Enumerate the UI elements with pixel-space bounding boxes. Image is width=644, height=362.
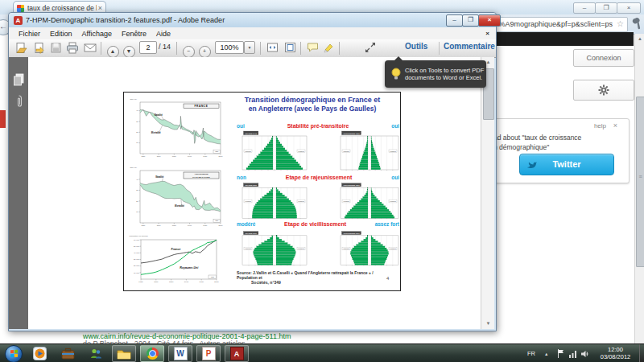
comment-bubble-button[interactable]: [305, 42, 320, 55]
taskbar-word[interactable]: W: [168, 345, 192, 362]
taskbar-briefcase-app[interactable]: [56, 345, 80, 362]
save-button[interactable]: [48, 42, 63, 55]
menu-edition[interactable]: Edition: [50, 30, 72, 38]
svg-text:Natalité: Natalité: [155, 175, 164, 179]
svg-text:1750: 1750: [141, 155, 146, 157]
tray-clock[interactable]: 12:00 03/08/2012: [593, 346, 638, 360]
svg-text:Femmes: Femmes: [390, 150, 395, 152]
svg-text:40: 40: [136, 109, 138, 111]
twitter-label: Twitter: [552, 159, 580, 169]
reader-scrollbar[interactable]: ▲ ▼: [481, 57, 494, 329]
volume-icon[interactable]: [581, 344, 590, 362]
media-player-icon: [33, 347, 47, 360]
svg-text:FRANCE 1901: FRANCE 1901: [245, 184, 257, 186]
attachments-paperclip-icon[interactable]: [14, 94, 24, 109]
save-as-button[interactable]: [31, 42, 46, 55]
tray-language[interactable]: FR: [527, 344, 535, 362]
reader-nav-pane: [9, 57, 28, 329]
next-page-button[interactable]: ▼: [122, 42, 136, 55]
page-thumbnails-icon[interactable]: [13, 73, 25, 87]
svg-text:Hommes: Hommes: [343, 248, 349, 249]
svg-text:FRANCE 1997: FRANCE 1997: [245, 232, 257, 234]
print-button[interactable]: [65, 42, 80, 55]
start-button[interactable]: [2, 345, 26, 362]
fit-page-button[interactable]: [283, 42, 297, 55]
svg-text:ANGLETERRE 1997: ANGLETERRE 1997: [343, 232, 360, 234]
taskbar-powerpoint[interactable]: P: [196, 345, 221, 362]
expand-panes-button[interactable]: [363, 42, 378, 55]
browser-restore-button[interactable]: ❐: [595, 2, 617, 14]
taskbar-explorer[interactable]: [112, 345, 136, 362]
comment-pane-button[interactable]: Commentaire: [444, 42, 495, 51]
reader-scroll-down-icon[interactable]: ▼: [481, 319, 494, 329]
svg-text:2000: 2000: [219, 155, 224, 157]
taskbar-messenger[interactable]: [84, 345, 108, 362]
browser-scroll-thumb[interactable]: ≡: [636, 97, 644, 267]
help-link[interactable]: help: [594, 122, 606, 130]
open-file-button[interactable]: [14, 42, 28, 55]
svg-text:10: 10: [136, 142, 138, 143]
browser-scrollbar[interactable]: ▲ ≡: [634, 34, 644, 343]
chrome-icon: [147, 348, 159, 360]
zoom-out-button[interactable]: −: [181, 42, 196, 55]
action-center-flag-icon[interactable]: [557, 344, 564, 362]
previous-page-button[interactable]: ▲: [105, 42, 120, 55]
document-close-icon[interactable]: ×: [485, 30, 489, 37]
twitter-bird-icon: [527, 161, 537, 169]
page-number-input[interactable]: 2: [139, 41, 157, 54]
svg-text:2000: 2000: [219, 224, 224, 226]
svg-text:1850: 1850: [172, 155, 177, 157]
menu-aide[interactable]: Aide: [156, 30, 171, 38]
reader-close-button[interactable]: ×: [478, 14, 501, 27]
network-icon[interactable]: [569, 344, 577, 362]
show-desktop-button[interactable]: [639, 344, 644, 362]
menu-fichier[interactable]: Fichier: [19, 30, 40, 38]
browser-minimize-button[interactable]: –: [573, 2, 596, 14]
menu-affichage[interactable]: Affichage: [82, 30, 112, 38]
google-black-bar: [488, 32, 634, 46]
reader-minimize-button[interactable]: –: [446, 14, 463, 27]
email-button[interactable]: [83, 42, 97, 55]
settings-gear-button[interactable]: [573, 80, 634, 101]
tab-close-icon[interactable]: ×: [98, 4, 102, 12]
svg-text:ANGLETERRE 1901: ANGLETERRE 1901: [343, 184, 360, 186]
scroll-up-icon[interactable]: ▲: [635, 34, 644, 43]
pyramid-england-1901: ANGLETERRE 1901HommesFemmes: [338, 181, 401, 222]
bookmark-star-icon[interactable]: ☆: [617, 19, 624, 28]
browser-close-button[interactable]: ×: [617, 2, 641, 14]
connexion-button[interactable]: Connexion: [573, 49, 634, 67]
menu-fenetre[interactable]: Fenêtre: [122, 30, 147, 38]
fit-width-button[interactable]: [265, 42, 279, 55]
pdf-app-icon: A: [14, 16, 23, 25]
tooltip-text: Click on Tools to convert PDF documents …: [405, 67, 484, 81]
svg-text:1950: 1950: [203, 224, 208, 226]
word-icon: W: [176, 349, 184, 358]
twitter-button[interactable]: Twitter: [519, 154, 614, 175]
pdf-figure: Transition démographique en France et en…: [123, 92, 401, 291]
highlight-button[interactable]: [321, 42, 336, 55]
svg-text:40: 40: [136, 179, 138, 180]
zoom-level-input[interactable]: 100%: [215, 41, 244, 54]
help-close-icon[interactable]: ×: [613, 121, 617, 130]
chart-france-rates: 10203040175018001850190019502000Taux (‰)…: [129, 97, 224, 164]
taskbar-chrome[interactable]: [140, 345, 164, 362]
taskbar-media-player[interactable]: [27, 345, 52, 362]
reader-toolbar: ▲ ▼ 2 / 14 − + 100% ▼ Outils Commentaire: [9, 39, 496, 58]
svg-text:Royaume-Uni: Royaume-Uni: [180, 266, 199, 269]
svg-text:30: 30: [136, 121, 138, 122]
svg-text:1950: 1950: [203, 155, 208, 157]
wrench-menu-icon[interactable]: [630, 17, 641, 31]
chart-population: 10 00020 00030 00040 00050 00060 0001750…: [128, 233, 220, 287]
svg-text:Natalité: Natalité: [155, 113, 163, 117]
zoom-dropdown-icon[interactable]: ▼: [244, 41, 255, 54]
pyramid-england-1997: ANGLETERRE 1997HommesFemmes: [338, 229, 401, 269]
taskbar-adobe-reader[interactable]: A: [225, 345, 249, 362]
svg-text:1900: 1900: [188, 224, 192, 226]
reader-restore-button[interactable]: ❐: [462, 14, 479, 27]
svg-text:Femmes: Femmes: [390, 200, 395, 202]
reader-title-bar[interactable]: A 7-HPM-Demographic transition-2 feature…: [9, 13, 496, 27]
help-text-line1: ad about "taux de croissance: [493, 134, 581, 142]
tray-hidden-icons[interactable]: ▲: [544, 344, 548, 362]
tools-pane-button[interactable]: Outils: [405, 42, 427, 51]
zoom-in-button[interactable]: +: [197, 42, 212, 55]
